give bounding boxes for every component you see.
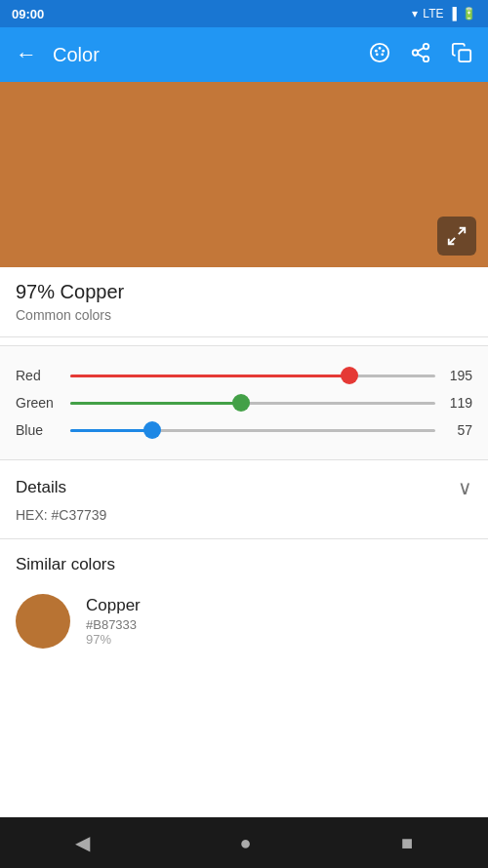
red-label: Red (16, 368, 62, 383)
status-icons: ▾ LTE ▐ 🔋 (412, 7, 476, 20)
wifi-icon: ▾ (412, 7, 418, 20)
color-item-similarity: 97% (86, 632, 141, 647)
color-item-info: Copper #B87333 97% (86, 596, 141, 647)
signal-icon: ▐ (448, 7, 457, 20)
red-slider-row: Red 195 (16, 366, 472, 385)
blue-track-fill (70, 429, 152, 432)
red-thumb (341, 367, 358, 384)
color-swatch (16, 594, 70, 649)
svg-point-8 (424, 56, 429, 60)
palette-icon[interactable] (369, 42, 390, 68)
content-area: 97% Copper Common colors Red 195 Green 1… (0, 267, 488, 817)
nav-home-button[interactable]: ● (231, 824, 259, 862)
app-bar-actions (369, 42, 472, 68)
green-label: Green (16, 395, 62, 411)
green-value: 119 (443, 395, 472, 411)
red-value: 195 (443, 368, 472, 383)
svg-line-13 (449, 238, 455, 244)
similar-colors-title: Similar colors (16, 555, 472, 574)
blue-thumb (143, 421, 161, 439)
sliders-section: Red 195 Green 119 Blue (0, 345, 488, 460)
status-time: 09:00 (12, 7, 44, 21)
color-name-section: 97% Copper Common colors (0, 267, 488, 329)
red-slider[interactable] (70, 366, 435, 385)
back-button[interactable]: ← (16, 42, 37, 67)
svg-line-9 (418, 54, 424, 58)
svg-point-0 (371, 43, 388, 60)
svg-point-4 (381, 53, 384, 56)
battery-icon: 🔋 (462, 7, 476, 20)
nav-bar: ◀ ● ■ (0, 817, 488, 868)
blue-slider-row: Blue 57 (16, 420, 472, 440)
blue-value: 57 (443, 422, 472, 438)
svg-point-1 (375, 49, 378, 52)
common-colors-label[interactable]: Common colors (16, 307, 472, 323)
green-thumb (232, 394, 250, 412)
copy-icon[interactable] (451, 42, 472, 68)
svg-point-5 (376, 53, 379, 56)
color-name-label: 97% Copper (16, 281, 472, 303)
svg-point-3 (382, 49, 385, 52)
lte-label: LTE (423, 7, 443, 20)
share-icon[interactable] (410, 42, 431, 68)
nav-back-button[interactable]: ◀ (67, 823, 98, 862)
divider-1 (0, 336, 488, 337)
details-header[interactable]: Details ∨ (16, 476, 472, 499)
nav-recent-button[interactable]: ■ (393, 824, 421, 862)
status-bar: 09:00 ▾ LTE ▐ 🔋 (0, 0, 488, 27)
app-bar: ← Color (0, 27, 488, 82)
svg-line-10 (418, 47, 424, 51)
red-track-fill (70, 375, 349, 377)
svg-point-2 (379, 47, 382, 50)
list-item[interactable]: Copper #B87333 97% (16, 586, 472, 656)
details-hex: HEX: #C37739 (16, 507, 472, 523)
svg-point-6 (424, 43, 429, 49)
color-item-hex: #B87333 (86, 617, 141, 632)
green-slider-row: Green 119 (16, 393, 472, 413)
blue-slider[interactable] (70, 420, 435, 440)
app-bar-title: Color (53, 44, 369, 66)
chevron-down-icon: ∨ (458, 476, 472, 499)
svg-rect-11 (459, 50, 470, 61)
svg-line-12 (459, 228, 465, 234)
svg-point-7 (413, 50, 419, 56)
color-preview (0, 82, 488, 267)
green-slider[interactable] (70, 393, 435, 413)
expand-button[interactable] (437, 217, 476, 256)
color-item-name: Copper (86, 596, 141, 615)
green-track-fill (70, 402, 241, 405)
details-section: Details ∨ HEX: #C37739 (0, 460, 488, 539)
similar-colors-section: Similar colors Copper #B87333 97% (0, 539, 488, 672)
blue-label: Blue (16, 422, 62, 438)
details-title: Details (16, 478, 66, 497)
